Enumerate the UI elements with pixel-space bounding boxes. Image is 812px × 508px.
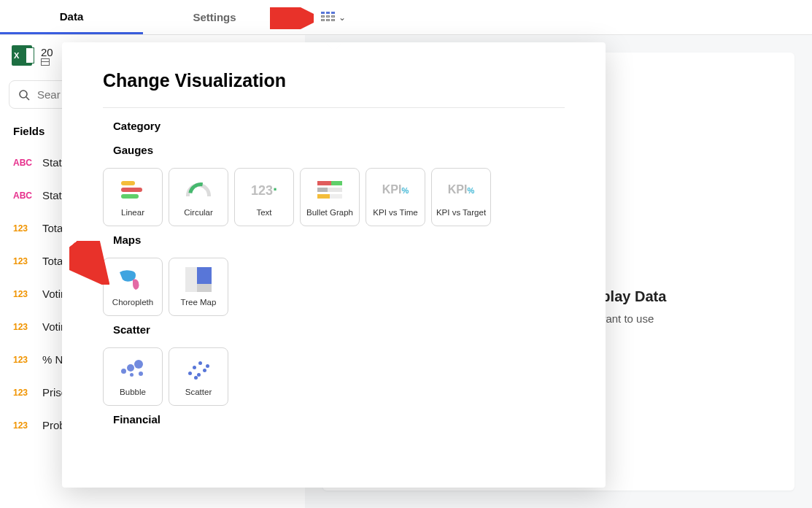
- svg-point-2: [20, 91, 27, 98]
- field-type-badge: 123: [13, 388, 34, 398]
- viz-label: Scatter: [185, 388, 212, 396]
- maps-row: Choropleth Tree Map: [103, 258, 565, 316]
- viz-label: Bubble: [120, 388, 146, 396]
- bubble-chart-icon: [118, 357, 147, 382]
- treemap-icon: [185, 267, 212, 292]
- viz-label: KPI vs Time: [373, 208, 417, 217]
- tab-data[interactable]: Data: [0, 0, 143, 34]
- gauges-row: Linear Circular 123· Text Bullet Graph K…: [103, 168, 565, 226]
- viz-label: Linear: [121, 208, 144, 217]
- kpi-target-icon: KPI%: [448, 183, 474, 196]
- viz-choropleth[interactable]: Choropleth: [103, 258, 163, 316]
- bullet-graph-icon: [317, 181, 342, 199]
- viz-label: Circular: [184, 208, 213, 217]
- field-type-badge: 123: [13, 223, 34, 234]
- viz-label: Choropleth: [112, 298, 153, 307]
- category-label-maps: Maps: [103, 234, 565, 246]
- viz-kpi-time[interactable]: KPI% KPI vs Time: [366, 168, 425, 226]
- circular-gauge-icon: [186, 183, 211, 196]
- category-label-scatter: Scatter: [103, 323, 565, 336]
- svg-line-3: [26, 97, 29, 100]
- linear-gauge-icon: [121, 181, 144, 199]
- grid-icon: [321, 12, 336, 23]
- viz-text[interactable]: 123· Text: [234, 168, 294, 226]
- viz-label: Tree Map: [181, 298, 217, 307]
- field-type-badge: 123: [13, 355, 34, 365]
- field-type-badge: 123: [13, 256, 34, 266]
- category-label-category: Category: [103, 120, 565, 132]
- field-type-badge: ABC: [13, 190, 34, 201]
- table-icon: [41, 58, 50, 66]
- field-type-badge: 123: [13, 289, 34, 299]
- viz-label: KPI vs Target: [436, 208, 486, 217]
- top-tabs: Data Settings ⌄: [0, 0, 812, 35]
- tab-settings[interactable]: Settings: [143, 0, 286, 34]
- viz-kpi-target[interactable]: KPI% KPI vs Target: [431, 168, 491, 226]
- viz-bubble[interactable]: Bubble: [103, 347, 163, 406]
- viz-bullet[interactable]: Bullet Graph: [300, 168, 360, 226]
- visualization-picker-trigger[interactable]: ⌄: [321, 12, 346, 23]
- datasource-title: 20: [41, 46, 53, 58]
- search-icon: [18, 89, 30, 101]
- category-label-gauges: Gauges: [103, 144, 565, 156]
- viz-treemap[interactable]: Tree Map: [169, 258, 228, 316]
- field-type-badge: ABC: [13, 158, 34, 168]
- excel-icon: X: [12, 45, 32, 66]
- viz-scatter[interactable]: Scatter: [169, 347, 228, 406]
- kpi-time-icon: KPI%: [382, 183, 409, 196]
- scatter-chart-icon: [184, 357, 213, 382]
- divider: [103, 107, 565, 108]
- text-gauge-icon: 123·: [251, 180, 277, 199]
- change-visualization-popover: Change Visualization Category Gauges Lin…: [62, 42, 606, 488]
- tab-toolbar: ⌄: [286, 0, 812, 34]
- popover-title: Change Visualization: [103, 70, 565, 91]
- datasource-subtitle: [41, 58, 53, 66]
- chevron-down-icon: ⌄: [339, 12, 346, 23]
- viz-linear[interactable]: Linear: [103, 168, 163, 226]
- choropleth-icon: [118, 268, 147, 291]
- field-type-badge: 123: [13, 420, 34, 431]
- viz-label: Text: [256, 208, 271, 217]
- scatter-row: Bubble Scatter: [103, 347, 565, 406]
- category-label-financial: Financial: [103, 413, 565, 426]
- viz-label: Bullet Graph: [306, 208, 353, 217]
- field-type-badge: 123: [13, 322, 34, 332]
- viz-circular[interactable]: Circular: [169, 168, 228, 226]
